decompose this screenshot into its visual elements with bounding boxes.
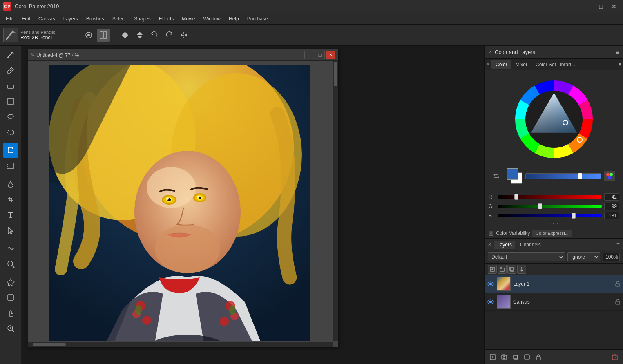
document-hscroll[interactable]: [28, 341, 333, 347]
document-vscroll[interactable]: [332, 61, 338, 341]
layers-bottom-delete[interactable]: [610, 352, 620, 362]
tool-paint-bucket[interactable]: [3, 176, 18, 191]
tool-shape[interactable]: [3, 290, 18, 305]
color-tabs-menu[interactable]: ≡: [618, 61, 621, 67]
brush-category: Pens and Pencils: [20, 30, 55, 35]
color-variability-checkbox[interactable]: ✓: [489, 231, 493, 236]
color-swatch-box[interactable]: [507, 168, 522, 184]
layer-item-1[interactable]: Layer 1: [485, 275, 623, 293]
color-extra-icon[interactable]: [604, 171, 615, 181]
brush-preview[interactable]: [3, 28, 18, 42]
tab-layers[interactable]: Layers: [494, 241, 515, 249]
tool-option-2[interactable]: [97, 29, 110, 42]
painting-canvas[interactable]: [49, 65, 310, 343]
b-value[interactable]: 181: [604, 212, 619, 219]
hue-gradient-bar[interactable]: [525, 173, 601, 179]
tool-option-1[interactable]: [82, 29, 95, 42]
g-slider-thumb[interactable]: [538, 203, 542, 209]
menu-shapes[interactable]: Shapes: [130, 14, 155, 23]
tab-color-set[interactable]: Color Set Librari...: [531, 60, 579, 69]
g-slider-track[interactable]: [498, 205, 602, 208]
tool-flip-v[interactable]: [133, 29, 146, 42]
color-expression-tab[interactable]: Color Expressi...: [532, 230, 572, 237]
layers-bottom-lock[interactable]: [534, 352, 543, 362]
svg-point-1: [87, 34, 90, 36]
tool-brush[interactable]: [3, 47, 18, 62]
r-slider-thumb[interactable]: [514, 194, 518, 200]
blend-mode-select[interactable]: Default: [488, 252, 565, 261]
composite-select[interactable]: Ignore: [567, 252, 600, 261]
svg-point-45: [135, 305, 142, 315]
tool-pen[interactable]: [3, 275, 18, 289]
close-button[interactable]: ✕: [608, 2, 620, 11]
menu-edit[interactable]: Edit: [18, 14, 34, 23]
layers-bottom-new[interactable]: [488, 352, 498, 362]
menu-purchase[interactable]: Purchase: [243, 14, 272, 23]
r-value[interactable]: 42: [604, 193, 619, 201]
tool-eyedropper[interactable]: [3, 63, 18, 78]
menu-canvas[interactable]: Canvas: [34, 14, 59, 23]
maximize-button[interactable]: □: [595, 2, 607, 11]
tool-mirror[interactable]: [177, 29, 190, 42]
new-layer-btn[interactable]: [488, 265, 497, 274]
color-wheel-container[interactable]: [509, 74, 599, 164]
tool-transform[interactable]: [3, 143, 18, 158]
menu-file[interactable]: File: [2, 14, 18, 23]
layer-1-visibility[interactable]: [487, 280, 494, 288]
tool-selection[interactable]: [3, 159, 18, 173]
tool-eraser[interactable]: [3, 78, 18, 93]
menu-select[interactable]: Select: [108, 14, 130, 23]
g-value[interactable]: 99: [604, 203, 619, 210]
layers-menu-icon[interactable]: ≡: [616, 241, 620, 248]
main-layout: ✎ Untitled-4 @ 77,4% — □ ✕: [0, 46, 623, 364]
document-close[interactable]: ✕: [326, 51, 335, 59]
tool-oval[interactable]: [3, 125, 18, 140]
tab-mixer[interactable]: Mixer: [511, 60, 531, 69]
canvas-layer-name: Canvas: [513, 299, 612, 305]
tool-magnify[interactable]: [3, 257, 18, 271]
hscroll-thumb[interactable]: [33, 343, 66, 346]
merge-layer-btn[interactable]: [517, 265, 526, 274]
menu-movie[interactable]: Movie: [178, 14, 199, 23]
tool-text[interactable]: [3, 208, 18, 222]
slider-row-b: B 181: [489, 212, 619, 220]
tab-color[interactable]: Color: [491, 60, 511, 69]
tool-smear[interactable]: [3, 241, 18, 256]
b-slider-thumb[interactable]: [572, 213, 576, 219]
group-layer-btn[interactable]: [498, 265, 507, 274]
tool-rotate-l[interactable]: [148, 29, 161, 42]
swap-icon[interactable]: [493, 172, 500, 180]
layers-bottom-shape[interactable]: [522, 352, 532, 362]
canvas-visibility[interactable]: [487, 298, 494, 306]
tool-rect[interactable]: [3, 94, 18, 109]
layers-bottom-capture[interactable]: [499, 352, 509, 362]
tool-zoom[interactable]: [3, 321, 18, 336]
menu-effects[interactable]: Effects: [155, 14, 178, 23]
tool-rotate-r[interactable]: [163, 29, 176, 42]
panel-menu-icon[interactable]: ≡: [616, 49, 619, 56]
tool-flip-h[interactable]: [118, 29, 132, 42]
tool-pointer[interactable]: [3, 223, 18, 238]
minimize-button[interactable]: —: [582, 2, 594, 11]
hue-gradient-thumb[interactable]: [578, 173, 582, 179]
tool-crop[interactable]: [3, 192, 18, 207]
layers-bottom-duplicate[interactable]: [511, 352, 520, 362]
r-slider-track[interactable]: [498, 195, 602, 199]
document-restore[interactable]: □: [315, 51, 325, 59]
menu-layers[interactable]: Layers: [59, 14, 82, 23]
duplicate-layer-btn[interactable]: [507, 265, 516, 274]
menu-brushes[interactable]: Brushes: [82, 14, 108, 23]
tool-lasso[interactable]: [3, 109, 18, 124]
foreground-color-swatch[interactable]: [507, 168, 518, 180]
document-minimize[interactable]: —: [304, 51, 314, 59]
vscroll-thumb[interactable]: [334, 62, 337, 86]
tool-hand[interactable]: [3, 306, 18, 320]
menu-window[interactable]: Window: [199, 14, 225, 23]
tab-channels[interactable]: Channels: [517, 241, 544, 249]
document-content[interactable]: [28, 61, 338, 347]
layers-options-row: Default Ignore 100%: [485, 250, 623, 264]
opacity-value[interactable]: 100%: [603, 253, 620, 261]
layer-item-canvas[interactable]: Canvas: [485, 293, 623, 311]
b-slider-track[interactable]: [498, 214, 602, 217]
menu-help[interactable]: Help: [225, 14, 243, 23]
